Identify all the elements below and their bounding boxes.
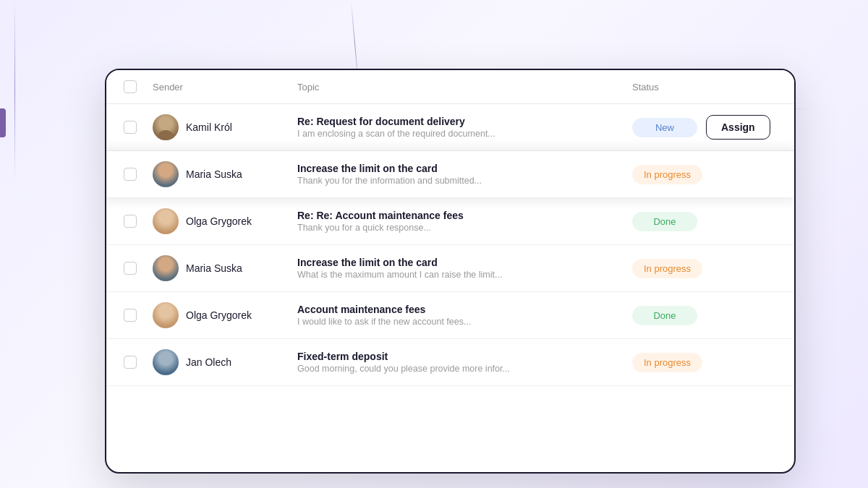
- status-badge: Done: [632, 306, 697, 325]
- avatar: [153, 255, 179, 281]
- sender-cell: Jan Olech: [153, 349, 297, 375]
- select-all-checkbox[interactable]: [124, 80, 137, 93]
- row-select-checkbox[interactable]: [124, 356, 137, 369]
- topic-cell: Fixed-term deposit Good morning, could y…: [297, 351, 632, 374]
- sender-name: Kamil Król: [186, 121, 232, 133]
- status-cell: Done: [632, 212, 777, 231]
- table-row: Maria Suska Increase the limit on the ca…: [106, 151, 794, 198]
- sender-cell: Kamil Król: [153, 114, 297, 140]
- sender-cell: Olga Grygorek: [153, 208, 297, 234]
- topic-title: Re: Request for document delivery: [297, 116, 632, 127]
- row-select-checkbox[interactable]: [124, 215, 137, 228]
- status-cell: In progress: [632, 259, 777, 278]
- topic-preview: I would like to ask if the new account f…: [297, 317, 632, 327]
- table-row: Olga Grygorek Account maintenance fees I…: [106, 292, 794, 339]
- table-row: Jan Olech Fixed-term deposit Good mornin…: [106, 339, 794, 386]
- assign-button[interactable]: Assign: [706, 115, 770, 140]
- header-checkbox-col: [124, 80, 153, 93]
- status-cell: New Assign: [632, 115, 777, 140]
- row-checkbox-col: [124, 168, 153, 181]
- sender-cell: Olga Grygorek: [153, 302, 297, 328]
- sender-name: Maria Suska: [186, 168, 242, 180]
- status-cell: In progress: [632, 165, 777, 184]
- topic-cell: Re: Re: Account maintenance fees Thank y…: [297, 210, 632, 233]
- topic-preview: Thank you for the information and submit…: [297, 176, 632, 186]
- row-select-checkbox[interactable]: [124, 309, 137, 322]
- sender-name: Olga Grygorek: [186, 309, 252, 321]
- table-body: Kamil Król Re: Request for document deli…: [106, 104, 794, 386]
- topic-title: Account maintenance fees: [297, 304, 632, 315]
- topic-preview: What is the maximum amount I can raise t…: [297, 270, 632, 280]
- status-badge: In progress: [632, 353, 702, 372]
- row-select-checkbox[interactable]: [124, 168, 137, 181]
- topic-cell: Account maintenance fees I would like to…: [297, 304, 632, 327]
- sender-name: Maria Suska: [186, 262, 242, 274]
- sender-name: Jan Olech: [186, 356, 231, 368]
- topic-preview: Thank you for a quick response...: [297, 223, 632, 233]
- topic-title: Increase the limit on the card: [297, 163, 632, 174]
- device-frame: Sender Topic Status Kamil Król Re: Reque…: [105, 69, 796, 474]
- topic-title: Re: Re: Account maintenance fees: [297, 210, 632, 221]
- row-select-checkbox[interactable]: [124, 262, 137, 275]
- status-column-header: Status: [632, 80, 777, 93]
- sender-cell: Maria Suska: [153, 161, 297, 187]
- table-header: Sender Topic Status: [106, 70, 794, 104]
- row-checkbox-col: [124, 262, 153, 275]
- topic-cell: Increase the limit on the card What is t…: [297, 257, 632, 280]
- status-badge: In progress: [632, 259, 702, 278]
- avatar: [153, 114, 179, 140]
- table-row: Maria Suska Increase the limit on the ca…: [106, 245, 794, 292]
- row-checkbox-col: [124, 121, 153, 134]
- sender-cell: Maria Suska: [153, 255, 297, 281]
- row-checkbox-col: [124, 356, 153, 369]
- status-cell: Done: [632, 306, 777, 325]
- row-checkbox-col: [124, 215, 153, 228]
- row-select-checkbox[interactable]: [124, 121, 137, 134]
- sender-column-header: Sender: [153, 80, 297, 93]
- avatar: [153, 302, 179, 328]
- topic-title: Increase the limit on the card: [297, 257, 632, 268]
- email-table: Sender Topic Status Kamil Król Re: Reque…: [106, 70, 794, 472]
- avatar: [153, 208, 179, 234]
- bg-line-3: [14, 0, 15, 181]
- topic-cell: Increase the limit on the card Thank you…: [297, 163, 632, 186]
- table-row: Olga Grygorek Re: Re: Account maintenanc…: [106, 198, 794, 245]
- row-checkbox-col: [124, 309, 153, 322]
- topic-preview: I am enclosing a scan of the required do…: [297, 129, 632, 139]
- bg-accent-left: [0, 108, 6, 137]
- topic-preview: Good morning, could you please provide m…: [297, 364, 632, 374]
- status-badge: Done: [632, 212, 697, 231]
- topic-cell: Re: Request for document delivery I am e…: [297, 116, 632, 139]
- table-row: Kamil Król Re: Request for document deli…: [106, 104, 794, 151]
- status-cell: In progress: [632, 353, 777, 372]
- status-badge: In progress: [632, 165, 702, 184]
- avatar: [153, 161, 179, 187]
- topic-column-header: Topic: [297, 80, 632, 93]
- status-badge: New: [632, 118, 697, 137]
- topic-title: Fixed-term deposit: [297, 351, 632, 362]
- avatar: [153, 349, 179, 375]
- sender-name: Olga Grygorek: [186, 215, 252, 227]
